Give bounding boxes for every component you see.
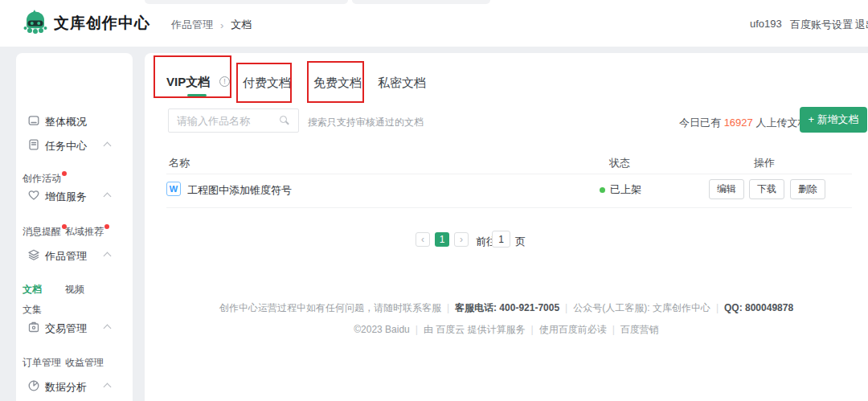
top-overlay-bar-left xyxy=(145,0,348,4)
chevron-up-icon xyxy=(104,252,112,260)
footer-support-text: 创作中心运营过程中如有任何问题，请随时联系客服 xyxy=(219,302,441,313)
task-icon xyxy=(27,138,40,151)
sidebar-sub-label: 私域推荐 xyxy=(65,226,104,237)
chevron-up-icon xyxy=(104,383,112,391)
chevron-up-icon xyxy=(104,142,112,150)
top-header: 文库创作中心 作品管理 › 文档 ufo193 百度账号设置 退出 xyxy=(0,0,868,47)
download-button[interactable]: 下载 xyxy=(749,179,784,199)
footer-divider: | xyxy=(416,324,418,335)
sidebar-item-label: 增值服务 xyxy=(45,190,87,204)
column-header-action: 操作 xyxy=(754,156,775,170)
footer-divider: | xyxy=(716,302,719,313)
sidebar-item-private-recommend[interactable]: 私域推荐 xyxy=(65,224,109,239)
breadcrumb: 作品管理 › 文档 xyxy=(171,18,252,32)
octopus-mascot-icon xyxy=(23,9,48,38)
notification-dot xyxy=(104,224,109,229)
layers-icon xyxy=(27,248,40,261)
doc-type-badge: W xyxy=(166,182,181,196)
footer-divider: | xyxy=(565,302,567,313)
sidebar-item-creation-activity[interactable]: 创作活动 xyxy=(23,171,67,186)
delete-button[interactable]: 删除 xyxy=(790,179,825,199)
heart-icon xyxy=(27,189,40,202)
account-settings-link[interactable]: 百度账号设置 xyxy=(790,18,853,32)
search-box xyxy=(168,108,299,133)
table-row-divider xyxy=(166,207,852,208)
sidebar: 整体概况 任务中心 创作活动 增值服务 消息提醒 私域推荐 xyxy=(16,53,133,401)
status-dot xyxy=(600,187,605,193)
tab-private-docs[interactable]: 私密文档 xyxy=(378,76,426,91)
sidebar-item-orders[interactable]: 订单管理 xyxy=(23,356,61,370)
status-text: 已上架 xyxy=(610,182,641,197)
sidebar-item-docs[interactable]: 文档 xyxy=(23,283,42,297)
chevron-up-icon xyxy=(104,325,112,333)
footer-must-read-link[interactable]: 使用百度前必读 xyxy=(539,324,607,335)
top-overlay-bar-right xyxy=(352,0,490,4)
annotation-box-vip-tab xyxy=(154,55,231,98)
wallet-icon xyxy=(27,321,40,333)
username-link[interactable]: ufo193 xyxy=(750,18,782,30)
footer-wechat: 公众号(人工客服): 文库创作中心 xyxy=(573,302,710,313)
edit-button[interactable]: 编辑 xyxy=(709,179,744,199)
sidebar-item-msg-reminder[interactable]: 消息提醒 xyxy=(23,224,67,239)
footer-copyright-line: ©2023 Baidu|由 百度云 提供计算服务|使用百度前必读|百度营销 xyxy=(145,323,868,337)
new-doc-button[interactable]: + 新增文档 xyxy=(800,107,867,133)
footer-phone: 客服电话: 400-921-7005 xyxy=(455,302,559,313)
search-input[interactable] xyxy=(177,109,277,132)
logout-link[interactable]: 退出 xyxy=(855,18,868,32)
pagination-goto-unit: 页 xyxy=(515,235,526,249)
chevron-up-icon xyxy=(104,193,112,201)
upload-stat: 今日已有 16927 人上传文档 xyxy=(679,116,808,130)
footer-qq: QQ: 800049878 xyxy=(724,302,793,313)
footer-copyright: ©2023 Baidu xyxy=(354,324,410,335)
app-root: 文库创作中心 作品管理 › 文档 ufo193 百度账号设置 退出 整体概况 任… xyxy=(0,0,868,401)
sidebar-item-earnings[interactable]: 收益管理 xyxy=(65,356,104,370)
footer-support-line: 创作中心运营过程中如有任何问题，请随时联系客服|客服电话: 400-921-70… xyxy=(145,301,868,315)
main-content: VIP文档 ! 付费文档 免费文档 私密文档 搜索只支持审核通过的文档 今日已有… xyxy=(145,53,868,401)
sidebar-item-collections[interactable]: 文集 xyxy=(23,303,42,317)
notification-dot xyxy=(62,171,67,176)
doc-title: 工程图中添加锥度符号 xyxy=(187,183,292,198)
upload-stat-prefix: 今日已有 xyxy=(679,117,724,129)
sidebar-item-videos[interactable]: 视频 xyxy=(65,283,84,297)
footer-cloud: 由 百度云 提供计算服务 xyxy=(424,324,526,335)
search-hint: 搜索只支持审核通过的文档 xyxy=(308,116,424,129)
pagination-next-button[interactable]: › xyxy=(454,232,469,247)
table-header-divider xyxy=(166,174,852,174)
column-header-name: 名称 xyxy=(169,156,190,170)
breadcrumb-current: 文档 xyxy=(231,18,252,32)
sidebar-item-label: 交易管理 xyxy=(45,321,87,336)
sidebar-item-label: 整体概况 xyxy=(45,115,87,129)
sidebar-item-label: 作品管理 xyxy=(45,249,87,264)
sidebar-item-label: 数据分析 xyxy=(45,380,87,395)
footer-divider: | xyxy=(612,324,615,335)
annotation-box-free-tab xyxy=(307,61,364,103)
pagination-prev-button[interactable]: ‹ xyxy=(416,232,430,247)
footer-marketing-link[interactable]: 百度营销 xyxy=(620,324,659,335)
breadcrumb-section[interactable]: 作品管理 xyxy=(171,18,213,32)
search-icon[interactable] xyxy=(280,116,287,123)
pie-chart-icon xyxy=(27,379,40,392)
sidebar-item-label: 任务中心 xyxy=(45,139,87,153)
annotation-box-paid-tab xyxy=(236,63,292,103)
upload-stat-count: 16927 xyxy=(724,117,753,129)
footer-divider: | xyxy=(447,302,449,313)
sidebar-sub-label: 创作活动 xyxy=(23,173,61,184)
breadcrumb-separator-icon: › xyxy=(220,19,223,31)
overview-icon xyxy=(27,114,40,127)
footer-divider: | xyxy=(531,324,534,335)
logo-title: 文库创作中心 xyxy=(54,13,150,34)
sidebar-sub-label: 消息提醒 xyxy=(23,226,61,237)
app-logo[interactable]: 文库创作中心 xyxy=(23,9,150,38)
pagination-current-page[interactable]: 1 xyxy=(435,232,449,247)
pagination-goto-input[interactable] xyxy=(492,231,510,248)
column-header-status: 状态 xyxy=(609,156,630,170)
